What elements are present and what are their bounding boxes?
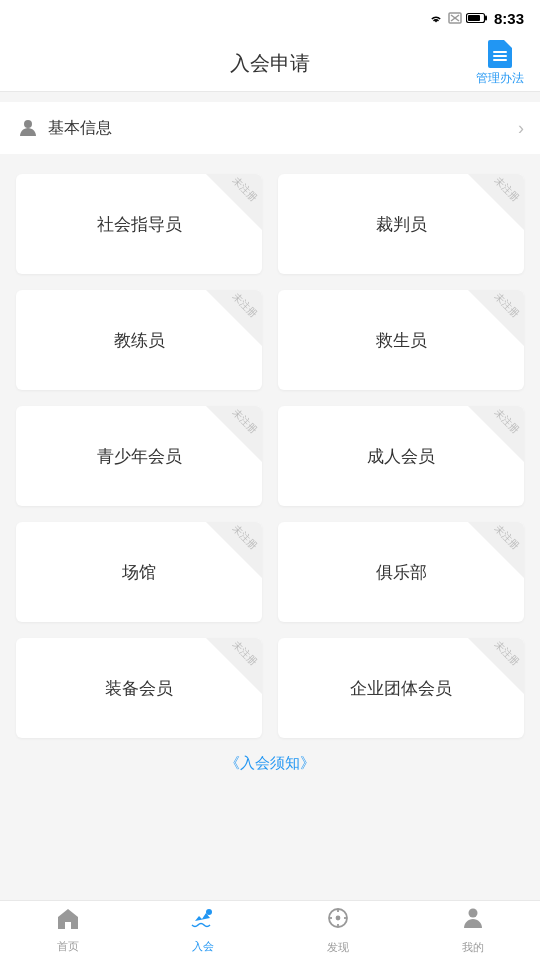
lifeguard-label: 救生员 (376, 329, 427, 352)
club-label: 俱乐部 (376, 561, 427, 584)
basic-info-row[interactable]: 基本信息 › (0, 102, 540, 154)
equipment-member-label: 装备会员 (105, 677, 173, 700)
nav-item-mine[interactable]: 我的 (405, 901, 540, 960)
wifi-icon (428, 12, 444, 24)
membership-grid: 未注册 社会指导员 未注册 裁判员 未注册 教练员 未注册 救生员 未注册 (16, 174, 524, 738)
nav-item-home[interactable]: 首页 (0, 901, 135, 960)
adult-member-label: 成人会员 (367, 445, 435, 468)
manage-rules-label: 管理办法 (476, 70, 524, 87)
join-notice-text[interactable]: 《入会须知》 (225, 754, 315, 771)
youth-member-label: 青少年会员 (97, 445, 182, 468)
referee-label: 裁判员 (376, 213, 427, 236)
social-guide-item[interactable]: 未注册 社会指导员 (16, 174, 262, 274)
basic-info-label: 基本信息 (48, 118, 112, 139)
social-guide-label: 社会指导员 (97, 213, 182, 236)
arrow-right-icon: › (518, 118, 524, 139)
svg-point-6 (24, 120, 32, 128)
nav-discover-label: 发现 (327, 940, 349, 955)
lifeguard-item[interactable]: 未注册 救生员 (278, 290, 524, 390)
signal-icon (448, 12, 462, 24)
nav-join-label: 入会 (192, 939, 214, 954)
nav-home-label: 首页 (57, 939, 79, 954)
svg-point-9 (336, 917, 339, 920)
club-item[interactable]: 未注册 俱乐部 (278, 522, 524, 622)
youth-member-item[interactable]: 未注册 青少年会员 (16, 406, 262, 506)
app-header: 入会申请 管理办法 (0, 36, 540, 92)
manage-rules-button[interactable]: 管理办法 (476, 40, 524, 87)
membership-grid-section: 未注册 社会指导员 未注册 裁判员 未注册 教练员 未注册 救生员 未注册 (0, 154, 540, 791)
coach-label: 教练员 (114, 329, 165, 352)
svg-rect-5 (468, 15, 480, 21)
coach-item[interactable]: 未注册 教练员 (16, 290, 262, 390)
svg-rect-4 (485, 16, 487, 21)
swim-icon (190, 907, 216, 935)
venue-item[interactable]: 未注册 场馆 (16, 522, 262, 622)
enterprise-member-label: 企业团体会员 (350, 677, 452, 700)
bottom-nav: 首页 入会 发现 (0, 900, 540, 960)
svg-point-14 (468, 909, 477, 918)
nav-item-discover[interactable]: 发现 (270, 901, 405, 960)
status-bar: 8:33 (0, 0, 540, 36)
battery-icon (466, 12, 488, 24)
venue-label: 场馆 (122, 561, 156, 584)
equipment-member-item[interactable]: 未注册 装备会员 (16, 638, 262, 738)
nav-mine-label: 我的 (462, 940, 484, 955)
adult-member-item[interactable]: 未注册 成人会员 (278, 406, 524, 506)
referee-item[interactable]: 未注册 裁判员 (278, 174, 524, 274)
discover-icon (326, 906, 350, 936)
nav-item-join[interactable]: 入会 (135, 901, 270, 960)
home-icon (56, 907, 80, 935)
status-icons (428, 12, 488, 24)
join-notice-link[interactable]: 《入会须知》 (16, 738, 524, 781)
mine-person-icon (462, 906, 484, 936)
person-icon (16, 116, 40, 140)
svg-point-7 (206, 909, 212, 915)
enterprise-member-item[interactable]: 未注册 企业团体会员 (278, 638, 524, 738)
document-icon (488, 40, 512, 68)
page-title: 入会申请 (230, 50, 310, 77)
time-display: 8:33 (494, 10, 524, 27)
